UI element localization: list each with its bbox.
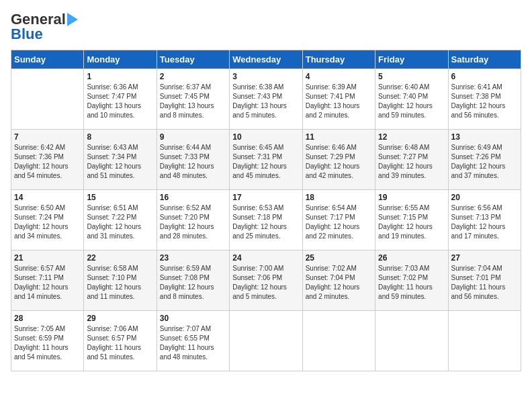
- day-number: 7: [14, 132, 81, 142]
- calendar-cell: 27Sunrise: 7:04 AM Sunset: 7:01 PM Dayli…: [448, 250, 521, 311]
- calendar-cell: 25Sunrise: 7:02 AM Sunset: 7:04 PM Dayli…: [302, 250, 375, 311]
- day-number: 6: [451, 72, 518, 81]
- calendar-cell: 14Sunrise: 6:50 AM Sunset: 7:24 PM Dayli…: [11, 190, 84, 250]
- day-info: Sunrise: 7:03 AM Sunset: 7:02 PM Dayligh…: [378, 264, 445, 302]
- day-info: Sunrise: 6:52 AM Sunset: 7:20 PM Dayligh…: [160, 203, 226, 241]
- day-number: 13: [451, 132, 518, 142]
- day-info: Sunrise: 6:40 AM Sunset: 7:40 PM Dayligh…: [378, 83, 445, 120]
- calendar-cell: [230, 311, 302, 371]
- logo: General Blue: [11, 11, 78, 43]
- calendar-week-row: 21Sunrise: 6:57 AM Sunset: 7:11 PM Dayli…: [11, 250, 521, 311]
- calendar-week-row: 14Sunrise: 6:50 AM Sunset: 7:24 PM Dayli…: [11, 190, 521, 250]
- weekday-header-friday: Friday: [375, 50, 448, 69]
- day-number: 26: [378, 253, 445, 263]
- day-info: Sunrise: 7:07 AM Sunset: 6:55 PM Dayligh…: [160, 324, 226, 362]
- day-info: Sunrise: 6:46 AM Sunset: 7:29 PM Dayligh…: [306, 143, 372, 181]
- calendar-cell: [302, 311, 375, 371]
- calendar-cell: 28Sunrise: 7:05 AM Sunset: 6:59 PM Dayli…: [11, 311, 84, 371]
- day-number: 8: [87, 132, 153, 142]
- day-info: Sunrise: 6:54 AM Sunset: 7:17 PM Dayligh…: [306, 203, 372, 241]
- day-info: Sunrise: 6:58 AM Sunset: 7:10 PM Dayligh…: [87, 264, 153, 302]
- calendar-cell: 8Sunrise: 6:43 AM Sunset: 7:34 PM Daylig…: [84, 130, 157, 190]
- calendar-cell: 11Sunrise: 6:46 AM Sunset: 7:29 PM Dayli…: [302, 130, 375, 190]
- calendar-cell: 9Sunrise: 6:44 AM Sunset: 7:33 PM Daylig…: [157, 130, 229, 190]
- logo-arrow-icon: [67, 13, 78, 26]
- day-number: 21: [14, 253, 81, 263]
- day-info: Sunrise: 6:38 AM Sunset: 7:43 PM Dayligh…: [232, 83, 299, 120]
- day-info: Sunrise: 6:45 AM Sunset: 7:31 PM Dayligh…: [232, 143, 299, 181]
- day-number: 27: [451, 253, 518, 263]
- calendar-cell: 6Sunrise: 6:41 AM Sunset: 7:38 PM Daylig…: [448, 69, 521, 130]
- day-number: 22: [87, 253, 153, 263]
- calendar-cell: 15Sunrise: 6:51 AM Sunset: 7:22 PM Dayli…: [84, 190, 157, 250]
- calendar-table: SundayMondayTuesdayWednesdayThursdayFrid…: [11, 50, 521, 371]
- day-info: Sunrise: 6:37 AM Sunset: 7:45 PM Dayligh…: [160, 83, 226, 120]
- calendar-cell: 22Sunrise: 6:58 AM Sunset: 7:10 PM Dayli…: [84, 250, 157, 311]
- calendar-cell: 10Sunrise: 6:45 AM Sunset: 7:31 PM Dayli…: [230, 130, 302, 190]
- calendar-cell: [375, 311, 448, 371]
- day-number: 1: [87, 72, 153, 81]
- day-number: 20: [451, 193, 518, 202]
- day-number: 15: [87, 193, 153, 202]
- calendar-week-row: 28Sunrise: 7:05 AM Sunset: 6:59 PM Dayli…: [11, 311, 521, 371]
- calendar-header-row: SundayMondayTuesdayWednesdayThursdayFrid…: [11, 50, 521, 69]
- calendar-week-row: 1Sunrise: 6:36 AM Sunset: 7:47 PM Daylig…: [11, 69, 521, 130]
- day-info: Sunrise: 6:48 AM Sunset: 7:27 PM Dayligh…: [378, 143, 445, 181]
- calendar-cell: [448, 311, 521, 371]
- day-number: 28: [14, 314, 81, 323]
- day-info: Sunrise: 6:43 AM Sunset: 7:34 PM Dayligh…: [87, 143, 153, 181]
- calendar-cell: 19Sunrise: 6:55 AM Sunset: 7:15 PM Dayli…: [375, 190, 448, 250]
- day-info: Sunrise: 6:56 AM Sunset: 7:13 PM Dayligh…: [451, 203, 518, 241]
- day-info: Sunrise: 6:50 AM Sunset: 7:24 PM Dayligh…: [14, 203, 81, 241]
- day-number: 5: [378, 72, 445, 81]
- calendar-week-row: 7Sunrise: 6:42 AM Sunset: 7:36 PM Daylig…: [11, 130, 521, 190]
- calendar-cell: 2Sunrise: 6:37 AM Sunset: 7:45 PM Daylig…: [157, 69, 229, 130]
- day-number: 16: [160, 193, 226, 202]
- day-number: 12: [378, 132, 445, 142]
- calendar-cell: 1Sunrise: 6:36 AM Sunset: 7:47 PM Daylig…: [84, 69, 157, 130]
- day-info: Sunrise: 6:51 AM Sunset: 7:22 PM Dayligh…: [87, 203, 153, 241]
- day-info: Sunrise: 6:53 AM Sunset: 7:18 PM Dayligh…: [232, 203, 299, 241]
- weekday-header-saturday: Saturday: [448, 50, 521, 69]
- calendar-cell: 4Sunrise: 6:39 AM Sunset: 7:41 PM Daylig…: [302, 69, 375, 130]
- calendar-cell: 30Sunrise: 7:07 AM Sunset: 6:55 PM Dayli…: [157, 311, 229, 371]
- calendar-cell: 12Sunrise: 6:48 AM Sunset: 7:27 PM Dayli…: [375, 130, 448, 190]
- day-number: 24: [232, 253, 299, 263]
- page-header: General Blue: [11, 11, 521, 43]
- day-info: Sunrise: 6:41 AM Sunset: 7:38 PM Dayligh…: [451, 83, 518, 120]
- day-info: Sunrise: 7:06 AM Sunset: 6:57 PM Dayligh…: [87, 324, 153, 362]
- weekday-header-tuesday: Tuesday: [157, 50, 229, 69]
- day-number: 3: [232, 72, 299, 81]
- day-number: 29: [87, 314, 153, 323]
- day-number: 10: [232, 132, 299, 142]
- calendar-cell: 23Sunrise: 6:59 AM Sunset: 7:08 PM Dayli…: [157, 250, 229, 311]
- day-number: 30: [160, 314, 226, 323]
- calendar-cell: 5Sunrise: 6:40 AM Sunset: 7:40 PM Daylig…: [375, 69, 448, 130]
- weekday-header-sunday: Sunday: [11, 50, 84, 69]
- day-number: 23: [160, 253, 226, 263]
- calendar-cell: 16Sunrise: 6:52 AM Sunset: 7:20 PM Dayli…: [157, 190, 229, 250]
- day-number: 25: [306, 253, 372, 263]
- day-info: Sunrise: 7:04 AM Sunset: 7:01 PM Dayligh…: [451, 264, 518, 302]
- day-number: 18: [306, 193, 372, 202]
- calendar-cell: 21Sunrise: 6:57 AM Sunset: 7:11 PM Dayli…: [11, 250, 84, 311]
- day-info: Sunrise: 6:57 AM Sunset: 7:11 PM Dayligh…: [14, 264, 81, 302]
- calendar-cell: 13Sunrise: 6:49 AM Sunset: 7:26 PM Dayli…: [448, 130, 521, 190]
- calendar-cell: 20Sunrise: 6:56 AM Sunset: 7:13 PM Dayli…: [448, 190, 521, 250]
- day-info: Sunrise: 7:00 AM Sunset: 7:06 PM Dayligh…: [232, 264, 299, 302]
- day-number: 14: [14, 193, 81, 202]
- day-number: 17: [232, 193, 299, 202]
- weekday-header-wednesday: Wednesday: [230, 50, 302, 69]
- day-info: Sunrise: 6:36 AM Sunset: 7:47 PM Dayligh…: [87, 83, 153, 120]
- calendar-cell: 29Sunrise: 7:06 AM Sunset: 6:57 PM Dayli…: [84, 311, 157, 371]
- day-number: 9: [160, 132, 226, 142]
- logo-blue: Blue: [11, 26, 43, 43]
- day-info: Sunrise: 6:49 AM Sunset: 7:26 PM Dayligh…: [451, 143, 518, 181]
- day-info: Sunrise: 6:42 AM Sunset: 7:36 PM Dayligh…: [14, 143, 81, 181]
- calendar-cell: 24Sunrise: 7:00 AM Sunset: 7:06 PM Dayli…: [230, 250, 302, 311]
- calendar-cell: 26Sunrise: 7:03 AM Sunset: 7:02 PM Dayli…: [375, 250, 448, 311]
- day-number: 19: [378, 193, 445, 202]
- calendar-cell: 17Sunrise: 6:53 AM Sunset: 7:18 PM Dayli…: [230, 190, 302, 250]
- weekday-header-monday: Monday: [84, 50, 157, 69]
- calendar-cell: 18Sunrise: 6:54 AM Sunset: 7:17 PM Dayli…: [302, 190, 375, 250]
